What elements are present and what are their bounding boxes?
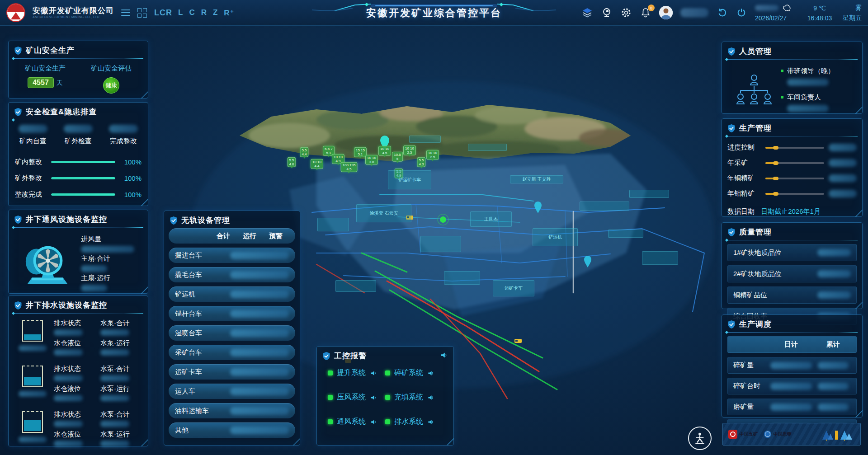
value-redacted	[54, 441, 83, 447]
slider[interactable]	[765, 193, 824, 195]
alarm-system-item[interactable]: 通风系统	[328, 417, 385, 427]
mute-all-speaker-icon[interactable]	[440, 351, 448, 361]
value-redacted	[54, 349, 83, 356]
value-redacted	[818, 403, 849, 411]
alarm-system-item[interactable]: 压风系统	[328, 393, 385, 402]
shortcut-z[interactable]: Z	[213, 8, 218, 17]
dispatch-row: 碎矿台时	[727, 378, 857, 394]
value-redacted	[19, 345, 47, 351]
shortcut-l[interactable]: L	[178, 8, 183, 17]
production-slider-row: 年钼精矿	[722, 189, 862, 198]
safe-days-value: 4557	[28, 77, 54, 88]
shortcut-lcr[interactable]: LCR	[154, 8, 172, 18]
roam-button[interactable]	[688, 427, 712, 450]
equipment-row[interactable]: 其他	[169, 422, 295, 438]
progress-bar	[51, 161, 115, 163]
layers-icon[interactable]	[581, 7, 593, 19]
speaker-icon[interactable]	[370, 418, 377, 426]
value-redacted	[19, 436, 47, 442]
values-redacted	[230, 349, 289, 356]
safety-assess-block: 矿山安全评估 健康	[91, 64, 132, 94]
values-redacted	[230, 388, 289, 395]
alarm-system-item[interactable]: 排水系统	[385, 417, 443, 427]
speaker-icon[interactable]	[370, 394, 377, 401]
value-redacted	[54, 329, 83, 336]
camera-icon[interactable]	[601, 7, 613, 19]
user-avatar[interactable]	[659, 6, 673, 19]
panel-mine-safety: 矿山安全生产 矿山安全生产 4557天 矿山安全评估 健康	[8, 41, 148, 99]
progress-row: 矿外整改100%	[9, 174, 148, 183]
value-redacted	[829, 159, 857, 167]
value-redacted	[829, 144, 857, 151]
values-redacted	[230, 329, 289, 337]
panel-trackless-equipment: 无轨设备管理 合计 运行 预警 掘进台车 撬毛台车 铲运机 锚杆台车 湿喷台车 …	[164, 211, 300, 446]
panel-safety-check: 安全检查&隐患排查 矿内自查 矿外检查 完成整改 矿内整改100% 矿外整改10…	[8, 102, 148, 206]
panel-title: 井下通风设施设备监控	[26, 214, 107, 225]
shield-icon	[727, 124, 736, 133]
speaker-icon[interactable]	[370, 370, 377, 377]
water-tank-icon	[22, 366, 43, 387]
alarm-system-item[interactable]: 碎矿系统	[385, 368, 443, 378]
shortcut-r[interactable]: R	[201, 8, 207, 17]
equipment-row[interactable]: 油料运输车	[169, 403, 295, 418]
equipment-row[interactable]: 掘进台车	[169, 248, 295, 263]
status-dot	[328, 395, 333, 400]
equipment-row[interactable]: 运矿卡车	[169, 364, 295, 380]
equipment-row[interactable]: 锚杆台车	[169, 306, 295, 321]
equipment-row[interactable]: 湿喷台车	[169, 325, 295, 341]
value-redacted	[100, 375, 129, 381]
panel-production: 生产管理 进度控制 年采矿 年铜精矿 年钼精矿 数据日期 日期截止2026年1月	[722, 118, 863, 217]
mim-mountains-icon	[821, 428, 855, 441]
panel-industrial-alarm: 工控报警 提升系统 碎矿系统 压风系统 充填系统 通风系统 排水系统	[316, 346, 454, 446]
safe-days-block: 矿山安全生产 4557天	[25, 64, 66, 94]
apps-grid-icon[interactable]	[137, 8, 147, 18]
enfi-globe-icon	[764, 431, 771, 438]
panel-title: 安全检查&隐患排查	[26, 107, 97, 117]
power-icon[interactable]	[736, 7, 747, 19]
value-redacted	[829, 174, 857, 182]
slider[interactable]	[765, 162, 824, 164]
weekday: 星期五	[838, 14, 862, 22]
speaker-icon[interactable]	[427, 370, 434, 377]
undo-icon[interactable]	[716, 7, 728, 19]
alarm-system-item[interactable]: 充填系统	[385, 393, 443, 402]
quality-row: 1#矿块地质品位	[727, 244, 857, 261]
value-redacted	[770, 362, 812, 369]
shortcut-r2[interactable]: R⁺	[224, 8, 234, 18]
shield-icon	[14, 46, 22, 55]
production-slider-row: 年采矿	[722, 159, 862, 167]
equipment-row[interactable]: 铲运机	[169, 286, 295, 302]
top-header: 安徽开发矿业有限公司 ANHUI DEVELOPMENT MINING CO.,…	[0, 0, 868, 26]
value-redacted	[64, 125, 93, 133]
slider[interactable]	[765, 147, 824, 149]
slider[interactable]	[765, 178, 824, 179]
status-dot	[385, 371, 390, 375]
production-slider-row: 年铜精矿	[722, 174, 862, 183]
status-dot	[328, 371, 333, 375]
metric-label: 进风量	[81, 235, 143, 244]
equipment-row[interactable]: 采矿台车	[169, 345, 295, 360]
notifications-bell-icon[interactable]: 0	[640, 7, 651, 19]
menu-icon[interactable]	[121, 9, 130, 16]
safe-days-label: 矿山安全生产	[25, 64, 66, 73]
values-redacted	[230, 271, 289, 279]
shield-icon	[14, 215, 22, 224]
settings-gear-icon[interactable]	[620, 7, 632, 19]
value-redacted	[19, 125, 47, 133]
safety-assess-label: 矿山安全评估	[91, 64, 132, 73]
alarm-system-item[interactable]: 提升系统	[328, 368, 385, 378]
role-item: 带班领导（晚）	[781, 67, 857, 86]
status-dot	[328, 419, 333, 424]
equipment-row[interactable]: 撬毛台车	[169, 267, 295, 282]
speaker-icon[interactable]	[427, 394, 434, 401]
speaker-icon[interactable]	[427, 418, 434, 426]
quality-row: 2#矿块地质品位	[727, 265, 857, 282]
values-redacted	[230, 291, 289, 298]
equipment-row[interactable]: 运人车	[169, 384, 295, 399]
value-redacted	[100, 441, 129, 447]
production-slider-row: 进度控制	[722, 143, 862, 152]
shield-icon	[170, 216, 178, 225]
values-redacted	[230, 252, 289, 259]
green-dot	[781, 70, 783, 72]
shortcut-c[interactable]: C	[189, 8, 195, 17]
